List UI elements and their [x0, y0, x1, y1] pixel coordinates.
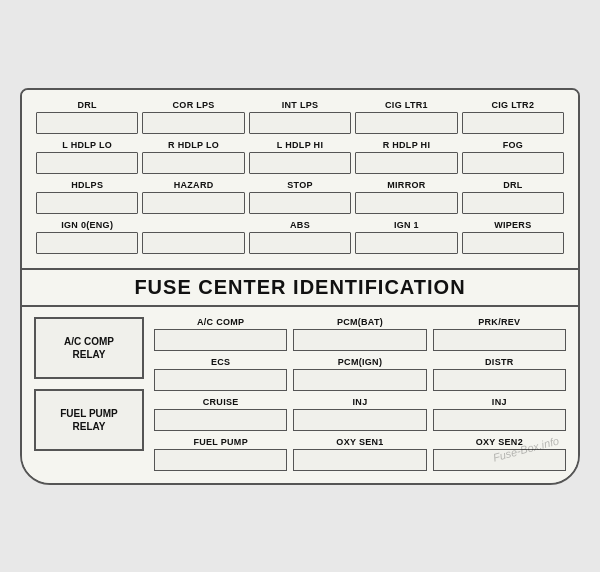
fuse-wipers: WIPERS	[462, 220, 564, 254]
fuse-cruise: CRUISE	[154, 397, 287, 431]
fuse-row-4: IGN 0(ENG) ABS IGN 1 WIPERS	[34, 220, 566, 254]
fuel-pump-relay: FUEL PUMP RELAY	[34, 389, 144, 451]
bottom-row-1: A/C COMP PCM(BAT) PRK/REV	[154, 317, 566, 351]
fuse-cig-ltr1: CIG LTR1	[355, 100, 457, 134]
fuse-pcm-bat: PCM(BAT)	[293, 317, 426, 351]
fuse-cor-lps: COR LPS	[142, 100, 244, 134]
fuse-ecs: ECS	[154, 357, 287, 391]
fuse-oxy-sen1: OXY SEN1	[293, 437, 426, 471]
diagram-title: FUSE CENTER IDENTIFICATION	[134, 276, 465, 298]
fuse-row-3: HDLPS HAZARD STOP MIRROR DRL	[34, 180, 566, 214]
fuse-prk-rev: PRK/REV	[433, 317, 566, 351]
fuse-diagram: DRL COR LPS INT LPS CIG LTR1 CIG LTR2	[20, 88, 580, 485]
fuse-inj-1: INJ	[293, 397, 426, 431]
fuse-drl-2: DRL	[462, 180, 564, 214]
fuse-int-lps: INT LPS	[249, 100, 351, 134]
fuse-distr: DISTR	[433, 357, 566, 391]
fuse-hdlps: HDLPS	[36, 180, 138, 214]
fuse-ac-comp: A/C COMP	[154, 317, 287, 351]
fuse-row-2: L HDLP LO R HDLP LO L HDLP HI R HDLP HI …	[34, 140, 566, 174]
fuse-inj-2: INJ	[433, 397, 566, 431]
fuse-empty	[142, 220, 244, 254]
bottom-row-2: ECS PCM(IGN) DISTR	[154, 357, 566, 391]
fuse-drl: DRL	[36, 100, 138, 134]
ac-comp-relay: A/C COMP RELAY	[34, 317, 144, 379]
fuse-stop: STOP	[249, 180, 351, 214]
fuse-cig-ltr2: CIG LTR2	[462, 100, 564, 134]
fuse-r-hdlp-lo: R HDLP LO	[142, 140, 244, 174]
fuse-r-hdlp-hi: R HDLP HI	[355, 140, 457, 174]
fuse-row-1: DRL COR LPS INT LPS CIG LTR1 CIG LTR2	[34, 100, 566, 134]
fuse-fog: FOG	[462, 140, 564, 174]
relay-column: A/C COMP RELAY FUEL PUMP RELAY	[34, 317, 144, 471]
top-fuse-section: DRL COR LPS INT LPS CIG LTR1 CIG LTR2	[22, 90, 578, 270]
fuse-l-hdlp-lo: L HDLP LO	[36, 140, 138, 174]
title-bar: FUSE CENTER IDENTIFICATION	[22, 270, 578, 307]
bottom-fuse-section: A/C COMP RELAY FUEL PUMP RELAY A/C COMP …	[22, 307, 578, 483]
fuse-abs: ABS	[249, 220, 351, 254]
fuse-ign1: IGN 1	[355, 220, 457, 254]
fuse-ign0: IGN 0(ENG)	[36, 220, 138, 254]
fuse-oxy-sen2: OXY SEN2	[433, 437, 566, 471]
fuse-pcm-ign: PCM(IGN)	[293, 357, 426, 391]
fuse-l-hdlp-hi: L HDLP HI	[249, 140, 351, 174]
bottom-row-4: FUEL PUMP OXY SEN1 OXY SEN2	[154, 437, 566, 471]
bottom-row-3: CRUISE INJ INJ	[154, 397, 566, 431]
bottom-fuse-grid: A/C COMP PCM(BAT) PRK/REV ECS	[154, 317, 566, 471]
fuse-fuel-pump: FUEL PUMP	[154, 437, 287, 471]
fuse-mirror: MIRROR	[355, 180, 457, 214]
fuse-hazard: HAZARD	[142, 180, 244, 214]
